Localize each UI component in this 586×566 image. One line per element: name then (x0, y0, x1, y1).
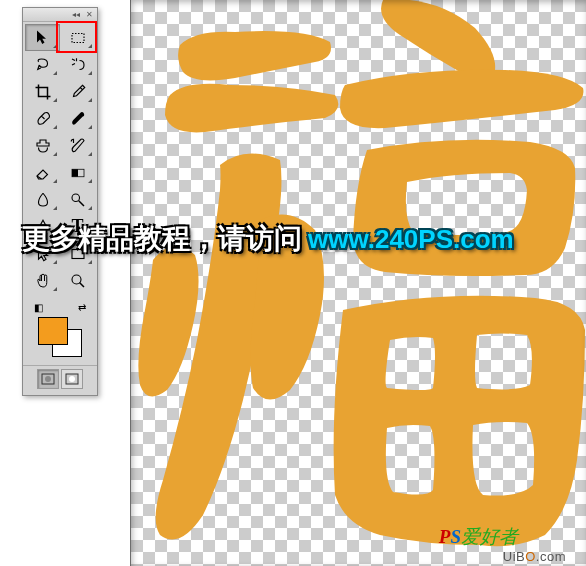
svg-point-10 (69, 376, 75, 382)
watermark-o: O (525, 549, 536, 564)
rectangular-marquee-tool[interactable] (60, 24, 95, 51)
foreground-color-swatch[interactable] (38, 317, 68, 345)
watermark-p: P (439, 526, 451, 547)
svg-rect-0 (72, 33, 84, 42)
clone-stamp-tool[interactable] (25, 132, 60, 159)
spot-healing-brush-tool[interactable] (25, 105, 60, 132)
swap-colors-icon[interactable]: ⇄ (78, 302, 86, 313)
watermark-bottom: UiBO.com (503, 549, 566, 564)
standard-mode-button[interactable] (37, 369, 59, 389)
zoom-tool[interactable] (60, 267, 95, 294)
move-tool[interactable] (25, 24, 60, 51)
canvas-transparent-bg[interactable] (130, 0, 586, 566)
color-section: ◧ ⇄ (23, 296, 97, 363)
default-colors-icon[interactable]: ◧ (34, 302, 43, 313)
svg-point-3 (72, 194, 80, 202)
close-icon[interactable]: ✕ (84, 11, 94, 19)
gradient-tool[interactable] (60, 159, 95, 186)
watermark-uib: UiB (503, 549, 525, 564)
collapse-icon[interactable]: ◂◂ (71, 11, 81, 19)
blur-tool[interactable] (25, 186, 60, 213)
overlay-promo-text: 更多精品教程，请访问 www.240PS.com (22, 220, 514, 258)
promo-url-text: www.240PS.com (308, 224, 514, 255)
crop-tool[interactable] (25, 78, 60, 105)
hand-tool[interactable] (25, 267, 60, 294)
eraser-tool[interactable] (25, 159, 60, 186)
svg-point-8 (45, 376, 51, 382)
watermark-com: .com (536, 549, 566, 564)
lasso-tool[interactable] (25, 51, 60, 78)
eyedropper-tool[interactable] (60, 78, 95, 105)
watermark-ps-text: 爱好者 (461, 526, 518, 547)
quick-selection-tool[interactable] (60, 51, 95, 78)
color-swatches (36, 317, 84, 357)
svg-rect-2 (72, 169, 78, 177)
tools-panel: ◂◂ ✕ T ◧ ⇄ (22, 7, 98, 396)
edit-mode-section (23, 365, 97, 395)
promo-cn-text: 更多精品教程，请访问 (22, 220, 302, 258)
panel-header: ◂◂ ✕ (23, 8, 97, 22)
history-brush-tool[interactable] (60, 132, 95, 159)
watermark-ps: PS爱好者 (439, 524, 518, 550)
quick-mask-mode-button[interactable] (61, 369, 83, 389)
brush-tool[interactable] (60, 105, 95, 132)
dodge-tool[interactable] (60, 186, 95, 213)
watermark-s: S (450, 526, 461, 547)
